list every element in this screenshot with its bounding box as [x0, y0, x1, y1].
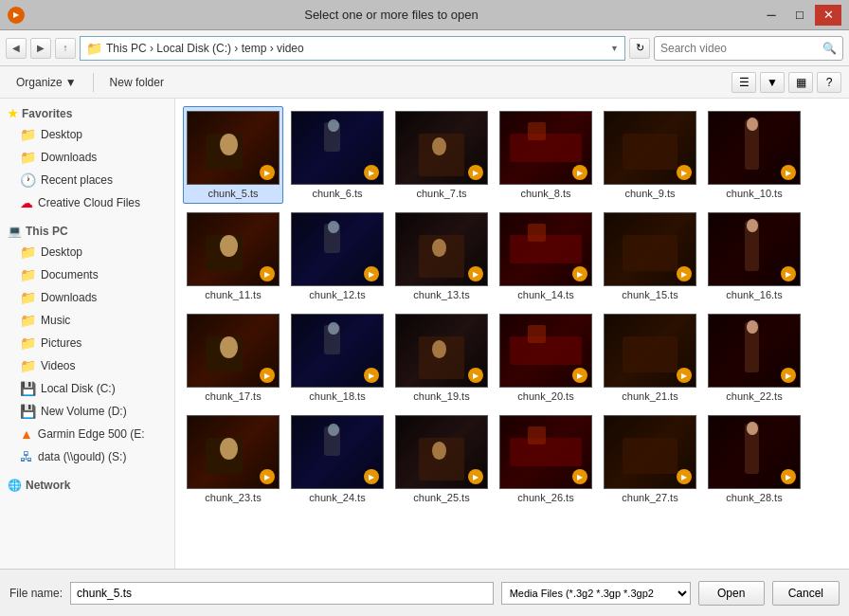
file-item[interactable]: ▶ chunk_9.ts — [600, 106, 700, 204]
thumbnail: ▶ — [604, 212, 696, 286]
open-button[interactable]: Open — [698, 581, 765, 606]
file-label: chunk_27.ts — [622, 492, 677, 503]
file-item[interactable]: ▶ chunk_23.ts — [183, 410, 283, 508]
file-item[interactable]: ▶ chunk_17.ts — [183, 309, 283, 407]
file-item[interactable]: ▶ chunk_5.ts — [183, 106, 283, 204]
play-icon: ▶ — [677, 469, 692, 484]
filename-label: File name: — [9, 587, 63, 600]
thumbnail: ▶ — [708, 111, 801, 185]
sidebar: ★ Favorites 📁 Desktop 📁 Downloads 🕐 Rece… — [0, 99, 175, 569]
file-item[interactable]: ▶ chunk_21.ts — [600, 309, 700, 407]
search-input[interactable] — [660, 42, 822, 55]
play-icon: ▶ — [781, 266, 796, 281]
thumbnail: ▶ — [708, 314, 801, 388]
folder-icon: 📁 — [20, 335, 36, 351]
title-bar: Select one or more files to open ─ □ ✕ — [0, 0, 849, 30]
file-item[interactable]: ▶ chunk_27.ts — [600, 410, 700, 508]
sidebar-item-downloads[interactable]: 📁 Downloads — [0, 286, 174, 309]
network-section[interactable]: 🌐 Network — [0, 476, 174, 495]
play-icon: ▶ — [468, 266, 483, 281]
folder-icon: 📁 — [20, 127, 36, 142]
file-item[interactable]: ▶ chunk_15.ts — [600, 208, 700, 305]
file-item[interactable]: ▶ chunk_8.ts — [496, 106, 596, 204]
file-item[interactable]: ▶ chunk_12.ts — [287, 208, 388, 305]
thumbnail: ▶ — [499, 314, 592, 388]
play-icon: ▶ — [677, 368, 692, 383]
sidebar-item-cc[interactable]: ☁ Creative Cloud Files — [0, 191, 174, 214]
file-label: chunk_19.ts — [413, 390, 469, 402]
sidebar-item-local-disk[interactable]: 💾 Local Disk (C:) — [0, 377, 174, 400]
sidebar-item-downloads-fav[interactable]: 📁 Downloads — [0, 146, 174, 169]
address-path: This PC › Local Disk (C:) › temp › video — [106, 42, 304, 55]
play-icon: ▶ — [364, 165, 379, 180]
title-bar-controls: ─ □ ✕ — [758, 5, 841, 26]
folder-icon: 📁 — [20, 313, 36, 328]
file-item[interactable]: ▶ chunk_26.ts — [496, 410, 596, 508]
this-pc-section[interactable]: 💻 This PC — [0, 222, 174, 241]
file-item[interactable]: ▶ chunk_25.ts — [391, 410, 492, 508]
file-item[interactable]: ▶ chunk_14.ts — [496, 208, 596, 305]
filename-input[interactable] — [70, 582, 494, 605]
sidebar-item-new-volume[interactable]: 💾 New Volume (D:) — [0, 400, 174, 423]
sidebar-item-garmin[interactable]: ▲ Garmin Edge 500 (E: — [0, 423, 174, 445]
close-button[interactable]: ✕ — [815, 5, 841, 26]
file-item[interactable]: ▶ chunk_6.ts — [287, 106, 388, 204]
sidebar-item-pictures[interactable]: 📁 Pictures — [0, 332, 174, 354]
file-label: chunk_11.ts — [205, 289, 261, 300]
file-item[interactable]: ▶ chunk_18.ts — [287, 309, 388, 407]
vlc-icon — [8, 7, 25, 24]
new-folder-button[interactable]: New folder — [101, 72, 172, 93]
view-list-button[interactable]: ☰ — [732, 72, 756, 93]
file-item[interactable]: ▶ chunk_11.ts — [183, 208, 283, 305]
desktop-pc-label: Desktop — [41, 245, 82, 259]
file-item[interactable]: ▶ chunk_16.ts — [704, 208, 804, 305]
view-dropdown-button[interactable]: ▼ — [760, 72, 785, 93]
help-button[interactable]: ? — [817, 72, 841, 93]
folder-icon: 📁 — [20, 358, 36, 373]
sidebar-item-desktop-pc[interactable]: 📁 Desktop — [0, 241, 174, 263]
file-label: chunk_10.ts — [726, 188, 782, 199]
file-label: chunk_15.ts — [622, 289, 677, 300]
play-icon: ▶ — [260, 165, 275, 180]
play-icon: ▶ — [260, 469, 275, 484]
toolbar-right: ☰ ▼ ▦ ? — [732, 72, 841, 93]
favorites-label: Favorites — [22, 107, 72, 120]
refresh-button[interactable]: ↻ — [629, 38, 650, 59]
sidebar-item-desktop-fav[interactable]: 📁 Desktop — [0, 123, 174, 146]
forward-button[interactable]: ▶ — [30, 38, 51, 59]
view-pane-button[interactable]: ▦ — [788, 72, 813, 93]
sidebar-item-data[interactable]: 🖧 data (\\gould) (S:) — [0, 445, 174, 468]
file-item[interactable]: ▶ chunk_22.ts — [704, 309, 804, 407]
this-pc-label: This PC — [26, 225, 68, 238]
search-box: 🔍 — [654, 36, 843, 61]
file-item[interactable]: ▶ chunk_13.ts — [391, 208, 492, 305]
star-icon: ★ — [8, 107, 18, 120]
organize-button[interactable]: Organize ▼ — [8, 72, 85, 93]
pictures-label: Pictures — [41, 336, 81, 350]
organize-label: Organize — [16, 76, 63, 89]
address-bar[interactable]: 📁 This PC › Local Disk (C:) › temp › vid… — [80, 36, 625, 61]
maximize-button[interactable]: □ — [786, 5, 813, 26]
file-item[interactable]: ▶ chunk_19.ts — [391, 309, 492, 407]
file-item[interactable]: ▶ chunk_20.ts — [496, 309, 596, 407]
main-content: ★ Favorites 📁 Desktop 📁 Downloads 🕐 Rece… — [0, 99, 849, 569]
play-icon: ▶ — [364, 469, 379, 484]
music-label: Music — [41, 314, 70, 327]
sidebar-item-videos[interactable]: 📁 Videos — [0, 354, 174, 377]
file-item[interactable]: ▶ chunk_7.ts — [391, 106, 492, 204]
back-button[interactable]: ◀ — [6, 38, 27, 59]
toolbar-separator — [93, 73, 94, 92]
file-item[interactable]: ▶ chunk_10.ts — [704, 106, 804, 204]
sidebar-item-music[interactable]: 📁 Music — [0, 309, 174, 332]
cancel-button[interactable]: Cancel — [772, 581, 840, 606]
up-button[interactable]: ↑ — [55, 38, 76, 59]
sidebar-item-recent[interactable]: 🕐 Recent places — [0, 169, 174, 191]
filetype-select[interactable]: Media Files (*.3g2 *.3gp *.3gp2 — [501, 582, 691, 605]
play-icon: ▶ — [468, 165, 483, 180]
minimize-button[interactable]: ─ — [758, 5, 785, 26]
favorites-section[interactable]: ★ Favorites — [0, 104, 174, 123]
file-item[interactable]: ▶ chunk_28.ts — [704, 410, 804, 508]
folder-icon: 📁 — [20, 267, 36, 282]
file-item[interactable]: ▶ chunk_24.ts — [287, 410, 388, 508]
sidebar-item-documents[interactable]: 📁 Documents — [0, 263, 174, 286]
